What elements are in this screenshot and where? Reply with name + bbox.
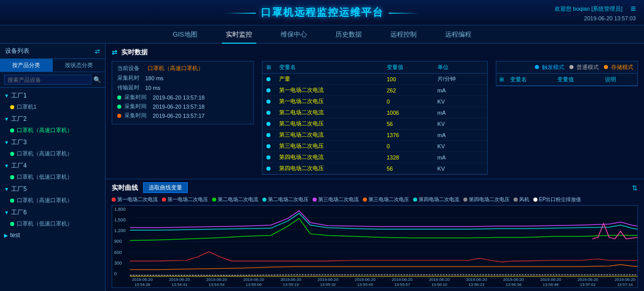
yaxis-label: 900 xyxy=(114,239,128,244)
factory-name-6[interactable]: ▼ 工厂6 xyxy=(0,207,105,218)
factory-name-5[interactable]: ▼ 工厂5 xyxy=(0,183,105,195)
nav-item-remote-control[interactable]: 远程控制 xyxy=(386,25,421,44)
chevron-down-icon: ▼ xyxy=(4,93,9,99)
collect-status-dot xyxy=(117,105,121,109)
collect-time-row: 采集耗时 180 ms xyxy=(117,74,248,82)
legend-item: 第二电场二次电流 xyxy=(212,196,258,203)
sidebar-tab-status[interactable]: 按状态分类 xyxy=(53,59,106,72)
table-row: 第三电场二次电压 0 KV xyxy=(262,141,487,152)
factory-group-2: ▼ 工厂2 口罩机（高速口罩机） xyxy=(0,113,105,136)
xaxis-label: 2019-06-20 13:55:45 xyxy=(355,277,376,287)
var-unit-cell: KV xyxy=(433,141,487,152)
header-right: 欢迎您 boqian [系统管理员] ≡ 2019-06-20 13:57:03 xyxy=(555,4,636,21)
xaxis-label: 2019-06-20 13:56:36 xyxy=(503,277,524,287)
nav-item-history[interactable]: 历史数据 xyxy=(331,25,366,44)
device-item[interactable]: 口罩机（高速口罩机） xyxy=(0,125,105,136)
var-dot-cell xyxy=(262,96,275,107)
realtime-section: ⇄ 实时数据 当前设备 口罩机（高速口罩机） 采集耗时 180 xyxy=(106,44,644,179)
var-dot-cell xyxy=(262,130,275,141)
realtime-icon: ⇄ xyxy=(112,49,117,56)
xaxis-label: 2019-06-20 13:56:10 xyxy=(429,277,450,287)
legend-item: 第四电场二次电压 xyxy=(463,196,510,203)
chart-section: 实时曲线 选取曲线变量 ⇅ 第一电场二次电流第一电场二次电压第二电场二次电流第二… xyxy=(106,179,644,291)
menu-icon[interactable]: ≡ xyxy=(630,4,636,14)
sidebar-tabs: 按产品分类 按状态分类 xyxy=(0,59,105,72)
welcome-text: 欢迎您 boqian [系统管理员] xyxy=(555,5,622,13)
xaxis-label: 2019-06-20 13:54:41 xyxy=(169,277,190,287)
var-value-cell: 0 xyxy=(383,141,433,152)
legend-item: 第三电场二次电流 xyxy=(313,196,359,203)
nav-item-gis[interactable]: GIS地图 xyxy=(168,25,201,44)
var-dot-cell xyxy=(262,85,275,96)
factory-name-3[interactable]: ▼ 工厂3 xyxy=(0,137,105,148)
device-item[interactable]: 口罩机（低速口罩机） xyxy=(0,172,105,182)
device-status-dot xyxy=(10,222,14,226)
sidebar-toggle-icon[interactable]: ⇄ xyxy=(95,48,100,55)
xaxis-label: 2019-06-20 13:57:14 xyxy=(615,277,635,287)
factory-group-5: ▼ 工厂5 口罩机（高速口罩机） xyxy=(0,183,105,206)
collect-status-dot xyxy=(117,114,121,118)
factory-group-test: ▶ test xyxy=(0,230,105,240)
select-curves-button[interactable]: 选取曲线变量 xyxy=(143,182,188,193)
xaxis-label: 2019-06-20 13:55:19 xyxy=(281,277,301,287)
yaxis-label: 0 xyxy=(114,271,128,276)
factory-name-4[interactable]: ▼ 工厂4 xyxy=(0,160,105,172)
factory-group-6: ▼ 工厂6 口罩机（低速口罩机） xyxy=(0,207,105,229)
var-unit-cell: KV xyxy=(433,118,487,130)
device-item[interactable]: 口罩机1 xyxy=(0,102,105,112)
var-value-cell: 1328 xyxy=(383,152,433,163)
var-value-cell: 56 xyxy=(383,163,433,174)
chevron-down-icon: ▼ xyxy=(4,186,9,192)
sidebar-tab-product[interactable]: 按产品分类 xyxy=(0,59,53,72)
nav-item-remote-program[interactable]: 远程编程 xyxy=(441,25,476,44)
table-row: 第四电场二次电流 1328 mA xyxy=(262,152,487,163)
table-row: 第一电场二次电流 262 mA xyxy=(262,85,487,96)
var-name-cell: 第三电场二次电流 xyxy=(275,130,383,141)
chart-refresh-icon[interactable]: ⇅ xyxy=(632,184,638,192)
var-unit-cell: 片/分钟 xyxy=(433,74,487,85)
xaxis-label: 2019-06-20 13:57:01 xyxy=(578,277,598,287)
device-item[interactable]: 口罩机（低速口罩机） xyxy=(0,218,105,229)
device-item[interactable]: 口罩机（高速口罩机） xyxy=(0,148,105,159)
mode-storage-btn[interactable]: 存储模式 xyxy=(604,63,633,71)
var-name-cell: 第三电场二次电压 xyxy=(275,141,383,152)
chart-xaxis: 2019-06-20 13:54:282019-06-20 13:54:4120… xyxy=(130,277,637,287)
variables-table: ⊞ 变量名 变量值 单位 产量 100 片/分钟 第一电场二次电流 262 xyxy=(262,61,487,174)
chart-header: 实时曲线 选取曲线变量 ⇅ xyxy=(112,182,638,193)
var-unit-header: 单位 xyxy=(433,61,487,74)
transfer-time-row: 传输延时 10 ms xyxy=(117,84,248,91)
nav-item-realtime[interactable]: 实时监控 xyxy=(222,25,256,44)
legend-item: 风机 xyxy=(514,196,529,203)
sidebar: 设备列表 ⇄ 按产品分类 按状态分类 🔍 ▼ 工厂1 口罩机1 xyxy=(0,44,106,291)
datetime-text: 2019-06-20 13:57:03 xyxy=(555,15,636,21)
var-unit-cell: mA xyxy=(433,130,487,141)
var-unit-cell: KV xyxy=(433,163,487,174)
var-name-cell: 第一电场二次电流 xyxy=(275,85,383,96)
legend-item: 第二电场二次电压 xyxy=(262,196,309,203)
nav-item-maintenance[interactable]: 维保中心 xyxy=(277,25,311,44)
mode-trigger-btn[interactable]: 触发模式 xyxy=(535,63,564,71)
factory-group-1: ▼ 工厂1 口罩机1 xyxy=(0,90,105,112)
factory-name-1[interactable]: ▼ 工厂1 xyxy=(0,90,105,102)
var-value-cell: 100 xyxy=(383,74,433,85)
table-row: 第二电场二次电流 1006 mA xyxy=(262,107,487,118)
var-name-cell: 第一电场二次电压 xyxy=(275,96,383,107)
chevron-right-icon: ▶ xyxy=(4,233,8,238)
var-value-cell: 1006 xyxy=(383,107,433,118)
var-dot-cell xyxy=(262,74,275,85)
chevron-down-icon: ▼ xyxy=(4,140,9,145)
chart-yaxis: 1,8001,5001,2009006003000 xyxy=(112,206,130,277)
device-item[interactable]: 口罩机（高速口罩机） xyxy=(0,195,105,206)
var-table-icon-header: ⊞ xyxy=(262,61,275,74)
var-name-cell: 第四电场二次电流 xyxy=(275,152,383,163)
search-input[interactable] xyxy=(4,75,91,85)
main-layout: 设备列表 ⇄ 按产品分类 按状态分类 🔍 ▼ 工厂1 口罩机1 xyxy=(0,44,644,291)
mode-normal-btn[interactable]: 普通模式 xyxy=(569,63,599,71)
device-status-dot xyxy=(10,105,14,109)
factory-group-3: ▼ 工厂3 口罩机（高速口罩机） xyxy=(0,137,105,159)
chart-legend: 第一电场二次电流第一电场二次电压第二电场二次电流第二电场二次电压第三电场二次电流… xyxy=(112,196,638,203)
legend-item: 第一电场二次电流 xyxy=(112,196,158,203)
factory-name-2[interactable]: ▼ 工厂2 xyxy=(0,113,105,125)
factory-name-test[interactable]: ▶ test xyxy=(0,230,105,240)
content-area: ⇄ 实时数据 当前设备 口罩机（高速口罩机） 采集耗时 180 xyxy=(106,44,644,291)
